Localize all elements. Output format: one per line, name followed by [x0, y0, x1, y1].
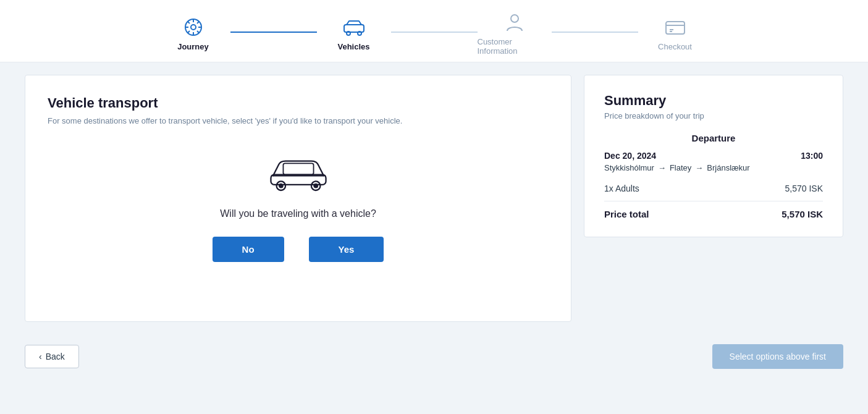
svg-point-12	[358, 32, 361, 35]
route-destination: Brjánslækur	[707, 163, 749, 172]
customer-icon	[504, 11, 526, 33]
car-illustration	[48, 150, 549, 193]
svg-point-11	[347, 32, 350, 35]
svg-point-22	[314, 184, 317, 187]
step-customer-information[interactable]: Customer Information	[478, 11, 552, 56]
back-button[interactable]: ‹ Back	[25, 345, 79, 368]
main-content: Vehicle transport For some destinations …	[0, 62, 868, 334]
vehicle-card-subtitle: For some destinations we offer to transp…	[48, 116, 549, 125]
step-checkout[interactable]: Checkout	[638, 16, 712, 51]
back-chevron-icon: ‹	[39, 352, 42, 361]
vehicles-icon	[343, 16, 365, 38]
connector-1	[230, 32, 317, 33]
step-customer-label: Customer Information	[478, 37, 552, 56]
svg-line-6	[187, 21, 190, 23]
journey-icon	[182, 16, 204, 38]
step-journey-label: Journey	[177, 42, 209, 51]
progress-bar: Journey Vehicles	[0, 0, 868, 62]
svg-point-1	[191, 25, 196, 30]
connector-3	[552, 32, 638, 33]
svg-rect-14	[666, 22, 685, 34]
adults-value: 5,570 ISK	[785, 184, 824, 193]
svg-line-9	[187, 31, 190, 33]
route-arrow-2: →	[695, 163, 703, 172]
vehicle-card-title: Vehicle transport	[48, 95, 549, 111]
adults-line: 1x Adults 5,570 ISK	[604, 184, 823, 193]
step-journey[interactable]: Journey	[156, 16, 230, 51]
step-checkout-label: Checkout	[658, 42, 692, 51]
svg-point-13	[511, 15, 518, 22]
price-total-label: Price total	[604, 209, 649, 219]
departure-date-row: Dec 20, 2024 13:00	[604, 151, 823, 161]
next-button[interactable]: Select options above first	[712, 344, 843, 369]
summary-divider	[604, 201, 823, 201]
svg-rect-24	[283, 163, 313, 174]
yes-button[interactable]: Yes	[309, 237, 384, 262]
adults-label: 1x Adults	[604, 184, 639, 193]
vehicle-btn-group: No Yes	[48, 237, 549, 262]
departure-heading: Departure	[604, 133, 823, 143]
price-total-value: 5,570 ISK	[782, 209, 823, 219]
checkout-icon	[664, 16, 686, 38]
summary-subtitle: Price breakdown of your trip	[604, 111, 823, 120]
footer: ‹ Back Select options above first	[0, 334, 868, 379]
vehicle-question: Will you be traveling with a vehicle?	[48, 208, 549, 219]
step-vehicles-label: Vehicles	[337, 42, 369, 51]
departure-time: 13:00	[801, 151, 823, 161]
back-label: Back	[46, 352, 65, 361]
route-waypoint: Flatey	[670, 163, 691, 172]
svg-line-7	[197, 31, 200, 33]
route-origin: Stykkishólmur	[604, 163, 654, 172]
price-total-row: Price total 5,570 ISK	[604, 209, 823, 219]
svg-line-8	[197, 21, 200, 23]
step-vehicles[interactable]: Vehicles	[317, 16, 391, 51]
departure-date: Dec 20, 2024	[604, 151, 656, 161]
vehicle-transport-card: Vehicle transport For some destinations …	[25, 75, 571, 322]
route-row: Stykkishólmur → Flatey → Brjánslækur	[604, 163, 823, 172]
no-button[interactable]: No	[213, 237, 284, 262]
connector-2	[391, 32, 478, 33]
summary-title: Summary	[604, 93, 823, 109]
summary-card: Summary Price breakdown of your trip Dep…	[584, 75, 843, 237]
svg-rect-10	[344, 25, 364, 32]
route-arrow-1: →	[658, 163, 666, 172]
svg-point-21	[279, 184, 282, 187]
